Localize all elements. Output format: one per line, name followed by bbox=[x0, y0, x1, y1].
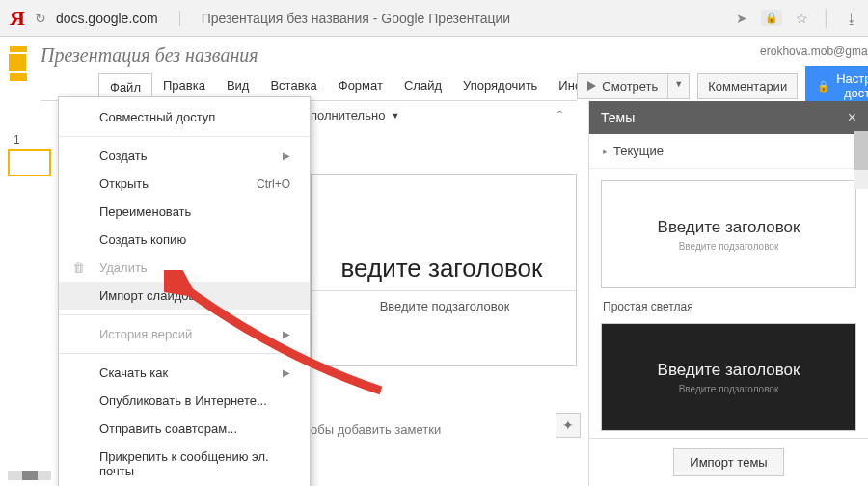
toolbar-close-icon[interactable]: ˆ bbox=[557, 108, 562, 124]
file-menu-dropdown: Совместный доступ Создать▶ ОткрытьCtrl+O… bbox=[58, 96, 311, 486]
theme-card-dark[interactable]: Введите заголовок Введите подзаголовок bbox=[601, 323, 856, 431]
theme-card-light[interactable]: Введите заголовок Введите подзаголовок bbox=[601, 180, 856, 288]
menu-slide[interactable]: Слайд bbox=[393, 72, 452, 100]
menu-item-make-copy[interactable]: Создать копию bbox=[59, 226, 310, 254]
themes-panel-footer: Импорт темы bbox=[589, 438, 868, 486]
present-button[interactable]: Смотреть bbox=[577, 73, 668, 99]
menu-format[interactable]: Формат bbox=[328, 72, 393, 100]
present-dropdown-button[interactable]: ▼ bbox=[668, 73, 690, 99]
theme-preview-subtitle: Введите подзаголовок bbox=[679, 384, 779, 394]
browser-address-bar: Я ↻ docs.google.com Презентация без назв… bbox=[0, 0, 868, 37]
keyboard-shortcut: Ctrl+O bbox=[257, 177, 290, 191]
menu-item-email-collaborators[interactable]: Отправить соавторам... bbox=[59, 415, 310, 443]
plus-diamond-icon: ✦ bbox=[562, 418, 574, 433]
close-icon[interactable]: × bbox=[848, 109, 856, 126]
themes-panel-header: Темы × bbox=[589, 101, 868, 134]
menu-item-download-as[interactable]: Скачать как▶ bbox=[59, 359, 310, 387]
chevron-down-icon: ▼ bbox=[391, 111, 399, 121]
explore-button[interactable]: ✦ bbox=[556, 413, 581, 438]
trash-icon: 🗑 bbox=[72, 260, 85, 275]
menu-item-new[interactable]: Создать▶ bbox=[59, 142, 310, 170]
themes-scrollbar[interactable] bbox=[854, 131, 868, 189]
chevron-right-icon: ▸ bbox=[603, 147, 608, 156]
toolbar-divider: │ bbox=[822, 10, 831, 27]
slide-canvas[interactable]: ведите заголовок Введите подзаголовок bbox=[311, 174, 577, 366]
menu-separator bbox=[59, 314, 310, 315]
menu-item-email-attachment[interactable]: Прикрепить к сообщению эл. почты bbox=[59, 443, 310, 485]
browser-logo: Я bbox=[10, 6, 25, 31]
document-title[interactable]: Презентация без названия bbox=[41, 44, 577, 67]
refresh-icon[interactable]: ↻ bbox=[35, 11, 46, 26]
theme-preview-subtitle: Введите подзаголовок bbox=[679, 241, 779, 252]
import-theme-button[interactable]: Импорт темы bbox=[673, 448, 783, 476]
download-icon[interactable]: ⭳ bbox=[845, 11, 858, 26]
page-title: Презентация без названия - Google Презен… bbox=[202, 11, 726, 26]
menu-item-publish[interactable]: Опубликовать в Интернете... bbox=[59, 387, 310, 415]
url-separator bbox=[179, 11, 180, 26]
toolbar-fragment[interactable]: полнительно ▼ bbox=[311, 108, 399, 122]
chevron-right-icon: ▶ bbox=[283, 150, 290, 161]
slide-thumbnail[interactable] bbox=[8, 149, 51, 176]
account-email[interactable]: erokhova.mob@gmail.com▼ bbox=[760, 44, 868, 58]
slide-subtitle-placeholder[interactable]: Введите подзаголовок bbox=[312, 290, 578, 313]
chevron-right-icon: ▶ bbox=[283, 329, 290, 339]
theme-name-label: Простая светлая bbox=[601, 294, 856, 323]
bookmark-star-icon[interactable]: ☆ bbox=[796, 11, 808, 26]
slide-number: 1 bbox=[8, 133, 51, 147]
slide-editor: ведите заголовок Введите подзаголовок об… bbox=[311, 133, 577, 422]
play-icon bbox=[587, 81, 596, 91]
themes-panel-title: Темы bbox=[601, 110, 635, 125]
themes-panel: Темы × ▸Текущие Введите заголовок Введит… bbox=[588, 101, 868, 486]
rocket-icon[interactable]: ➤ bbox=[736, 11, 747, 26]
theme-preview-title: Введите заголовок bbox=[658, 361, 800, 380]
thumbnail-scrollbar[interactable] bbox=[8, 471, 51, 480]
lock-icon: 🔒 bbox=[817, 80, 830, 93]
speaker-notes-placeholder[interactable]: обы добавить заметки bbox=[311, 422, 441, 437]
lock-icon[interactable]: 🔒 bbox=[761, 10, 782, 26]
menu-item-open[interactable]: ОткрытьCtrl+O bbox=[59, 170, 310, 198]
theme-preview-title: Введите заголовок bbox=[658, 218, 800, 237]
menu-item-share[interactable]: Совместный доступ bbox=[59, 103, 310, 131]
slide-title-placeholder[interactable]: ведите заголовок bbox=[306, 254, 578, 284]
slide-thumbnail-panel: 1 bbox=[8, 133, 51, 176]
share-button[interactable]: 🔒Настройки доступа bbox=[805, 66, 868, 106]
menu-tools-truncated[interactable]: Инст bbox=[548, 72, 577, 100]
menu-separator bbox=[59, 136, 310, 137]
chevron-right-icon: ▶ bbox=[283, 367, 290, 378]
menu-separator bbox=[59, 353, 310, 354]
menu-arrange[interactable]: Упорядочить bbox=[452, 72, 548, 100]
comments-button[interactable]: Комментарии bbox=[697, 73, 798, 99]
slides-app-icon[interactable] bbox=[10, 46, 27, 81]
menu-item-version-history: История версий▶ bbox=[59, 320, 310, 348]
themes-section-current[interactable]: ▸Текущие bbox=[589, 134, 868, 169]
menu-item-rename[interactable]: Переименовать bbox=[59, 198, 310, 226]
url-domain[interactable]: docs.google.com bbox=[56, 11, 158, 26]
menu-item-delete: 🗑Удалить bbox=[59, 254, 310, 282]
menu-item-import-slides[interactable]: Импорт слайдов... bbox=[59, 282, 310, 310]
